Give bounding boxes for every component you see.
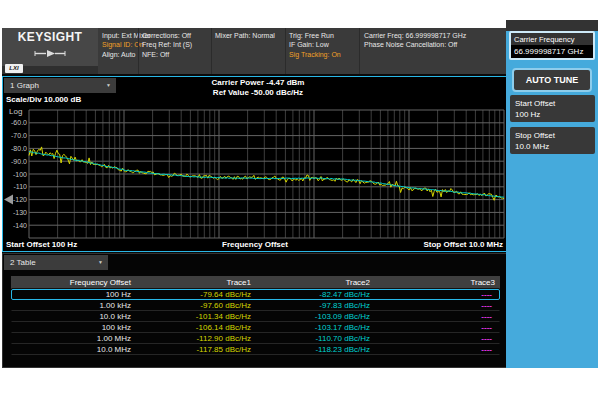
svg-text:-80.0: -80.0 bbox=[11, 145, 27, 152]
lxi-badge: LXI bbox=[5, 64, 23, 73]
col-header-trace1: Trace1 bbox=[137, 277, 257, 288]
freq-cell: 1.00 MHz bbox=[12, 334, 137, 343]
header-col-corrections[interactable]: Corrections: Off Freq Ref: Int (S) NFE: … bbox=[142, 31, 192, 59]
trace3-cell: ---- bbox=[376, 323, 501, 332]
header-col-trigger[interactable]: Trig: Free Run IF Gain: Low Sig Tracking… bbox=[289, 31, 341, 59]
dropdown-arrow-icon: ▼ bbox=[98, 255, 103, 270]
status-line: Phase Noise Cancellation: Off bbox=[364, 40, 466, 49]
header-divider bbox=[359, 28, 360, 74]
header-col-mixer-path[interactable]: Mixer Path: Normal bbox=[215, 31, 275, 40]
main-column: KEYSIGHT LXI Input: Ext Mixer Signal ID:… bbox=[2, 28, 506, 368]
auto-tune-button[interactable]: AUTO TUNE bbox=[512, 68, 592, 92]
trace1-cell: -106.14 dBc/Hz bbox=[137, 323, 257, 332]
status-line: Corrections: Off bbox=[142, 31, 192, 40]
svg-text:-130: -130 bbox=[13, 209, 27, 216]
carrier-power-readout: Carrier Power -4.47 dBm bbox=[118, 78, 398, 88]
trace3-cell: ---- bbox=[376, 290, 501, 299]
ext-mixer-icon bbox=[33, 49, 67, 58]
results-table: Frequency Offset Trace1 Trace2 Trace3 10… bbox=[11, 276, 500, 355]
status-line: NFE: Off bbox=[142, 50, 192, 59]
trace1-cell: -79.64 dBc/Hz bbox=[137, 290, 257, 299]
status-line: Mixer Path: Normal bbox=[215, 31, 275, 40]
table-row[interactable]: 100 kHz -106.14 dBc/Hz -103.17 dBc/Hz --… bbox=[11, 322, 500, 333]
svg-text:-90.0: -90.0 bbox=[11, 158, 27, 165]
trace3-cell: ---- bbox=[376, 301, 501, 310]
svg-text:-110: -110 bbox=[14, 183, 28, 190]
stop-offset-label: Stop Offset bbox=[515, 130, 595, 141]
status-line: Freq Ref: Int (S) bbox=[142, 40, 192, 49]
trace2-cell: -103.17 dBc/Hz bbox=[257, 323, 376, 332]
trace2-cell: -103.09 dBc/Hz bbox=[257, 312, 376, 321]
svg-text:-60.0: -60.0 bbox=[11, 119, 27, 126]
header-col-carrier[interactable]: Carrier Freq: 66.999998717 GHz Phase Noi… bbox=[364, 31, 466, 50]
stop-offset-axis-label: Stop Offset 10.0 MHz bbox=[423, 240, 503, 249]
graph-readouts: Carrier Power -4.47 dBm Ref Value -50.00… bbox=[118, 78, 398, 98]
header-divider bbox=[285, 28, 286, 74]
trace2-cell: -110.70 dBc/Hz bbox=[257, 334, 376, 343]
freq-cell: 10.0 MHz bbox=[12, 345, 137, 354]
header-divider bbox=[211, 28, 212, 74]
trace2-cell: -82.47 dBc/Hz bbox=[257, 290, 376, 299]
start-offset-control[interactable]: Start Offset 100 Hz bbox=[510, 95, 595, 122]
table-row[interactable]: 10.0 kHz -101.34 dBc/Hz -103.09 dBc/Hz -… bbox=[11, 311, 500, 322]
header-divider bbox=[138, 28, 139, 74]
trace3-cell: ---- bbox=[376, 345, 501, 354]
status-line: Trig: Free Run bbox=[289, 31, 341, 40]
trace1-cell: -101.34 dBc/Hz bbox=[137, 312, 257, 321]
keysight-logo-text: KEYSIGHT bbox=[2, 28, 98, 44]
table-row[interactable]: 1.00 kHz -97.60 dBc/Hz -97.83 dBc/Hz ---… bbox=[11, 300, 500, 311]
svg-text:-120: -120 bbox=[13, 196, 27, 203]
control-panel: Carrier Frequency 66.999998717 GHz AUTO … bbox=[506, 20, 598, 368]
keysight-logo: KEYSIGHT bbox=[2, 28, 98, 66]
table-view-selector-label: 2 Table bbox=[4, 258, 36, 267]
graph-view-selector[interactable]: 1 Graph ▼ bbox=[4, 78, 116, 93]
status-line: Carrier Freq: 66.999998717 GHz bbox=[364, 31, 466, 40]
trace2-cell: -118.23 dBc/Hz bbox=[257, 345, 376, 354]
svg-text:-140: -140 bbox=[13, 222, 27, 229]
trace2-cell: -97.83 dBc/Hz bbox=[257, 301, 376, 310]
carrier-frequency-label: Carrier Frequency bbox=[511, 33, 593, 45]
table-row[interactable]: 1.00 MHz -112.90 dBc/Hz -110.70 dBc/Hz -… bbox=[11, 333, 500, 344]
trace1-cell: -97.60 dBc/Hz bbox=[137, 301, 257, 310]
control-panel-top-strip bbox=[506, 20, 598, 31]
start-offset-label: Start Offset bbox=[515, 98, 595, 109]
dropdown-arrow-icon: ▼ bbox=[106, 78, 111, 93]
freq-cell: 100 kHz bbox=[12, 323, 137, 332]
instrument-screen: KEYSIGHT LXI Input: Ext Mixer Signal ID:… bbox=[2, 20, 598, 368]
phase-noise-plot: -60.0-70.0-80.0-90.0-100-110-120-130-140 bbox=[3, 109, 506, 239]
table-header-row: Frequency Offset Trace1 Trace2 Trace3 bbox=[11, 276, 500, 289]
status-line-sig-tracking: Sig Tracking: On bbox=[289, 50, 341, 59]
freq-cell: 1.00 kHz bbox=[12, 301, 137, 310]
ref-value-readout: Ref Value -50.00 dBc/Hz bbox=[118, 88, 398, 98]
trace1-cell: -117.85 dBc/Hz bbox=[137, 345, 257, 354]
svg-text:-70.0: -70.0 bbox=[11, 132, 27, 139]
col-header-frequency-offset: Frequency Offset bbox=[12, 277, 137, 288]
table-view-selector[interactable]: 2 Table ▼ bbox=[4, 255, 108, 270]
graph-window: 1 Graph ▼ Carrier Power -4.47 dBm Ref Va… bbox=[2, 76, 508, 252]
stop-offset-value: 10.0 MHz bbox=[515, 141, 595, 152]
scale-div-label: Scale/Div 10.000 dB bbox=[6, 95, 81, 104]
table-row-selected[interactable]: 100 Hz -79.64 dBc/Hz -82.47 dBc/Hz ---- bbox=[11, 289, 500, 300]
freq-cell: 100 Hz bbox=[12, 290, 137, 299]
carrier-frequency-value[interactable]: 66.999998717 GHz bbox=[511, 45, 593, 58]
trace3-cell: ---- bbox=[376, 312, 501, 321]
graph-view-selector-label: 1 Graph bbox=[4, 81, 39, 90]
col-header-trace3: Trace3 bbox=[376, 277, 501, 288]
freq-cell: 10.0 kHz bbox=[12, 312, 137, 321]
status-line: IF Gain: Low bbox=[289, 40, 341, 49]
trace1-cell: -112.90 dBc/Hz bbox=[137, 334, 257, 343]
table-window: 2 Table ▼ Frequency Offset Trace1 Trace2… bbox=[2, 253, 508, 368]
status-header: KEYSIGHT LXI Input: Ext Mixer Signal ID:… bbox=[2, 28, 506, 74]
table-row[interactable]: 10.0 MHz -117.85 dBc/Hz -118.23 dBc/Hz -… bbox=[11, 344, 500, 355]
trace3-cell: ---- bbox=[376, 334, 501, 343]
carrier-frequency-control[interactable]: Carrier Frequency 66.999998717 GHz bbox=[509, 31, 595, 60]
svg-text:-100: -100 bbox=[13, 171, 27, 178]
col-header-trace2: Trace2 bbox=[257, 277, 376, 288]
stop-offset-control[interactable]: Stop Offset 10.0 MHz bbox=[510, 127, 595, 154]
graph-footer: Start Offset 100 Hz Frequency Offset Sto… bbox=[3, 240, 507, 251]
start-offset-value: 100 Hz bbox=[515, 109, 595, 120]
level-marker-arrow-icon bbox=[4, 195, 13, 205]
